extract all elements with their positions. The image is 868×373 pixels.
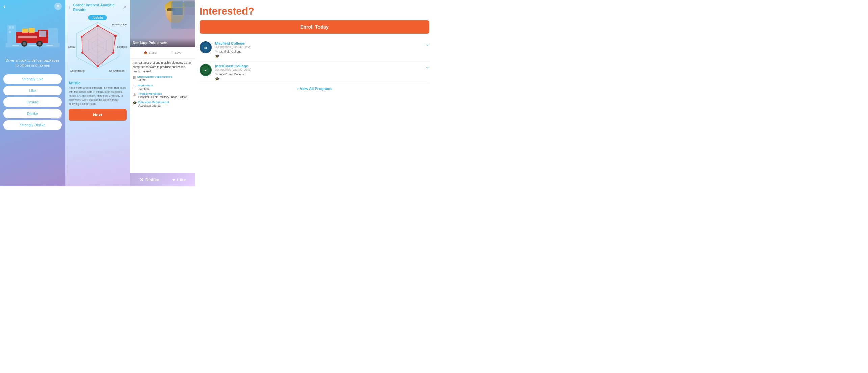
radar-chart-container: Artistic Investigative Realistic Convent… bbox=[69, 14, 127, 78]
graduation-icon: 🎓 bbox=[215, 54, 219, 58]
mayfield-sub-row: ✎ Mayfield College bbox=[215, 50, 422, 53]
artistic-description: People with Artistic interests like work… bbox=[69, 86, 127, 106]
share-button[interactable]: 📤 Share bbox=[144, 51, 157, 54]
career-title-overlay: Desktop Publishers bbox=[130, 38, 195, 47]
realistic-label: Realistic bbox=[117, 43, 127, 49]
radar-labels: Artistic Investigative Realistic Convent… bbox=[69, 14, 127, 78]
education-icon: 🎓 bbox=[133, 101, 137, 105]
svg-rect-20 bbox=[22, 29, 28, 33]
employment-row: ☷ Employment Opportunities 13,090 bbox=[133, 75, 192, 82]
analytic-title: Career Interest Analytic Results bbox=[73, 3, 123, 13]
like-button[interactable]: Like bbox=[3, 86, 62, 95]
svg-text:IC: IC bbox=[204, 69, 207, 72]
mayfield-inquiries: 33 Inquiries (Last 30 Days) bbox=[215, 45, 422, 49]
enterprising-label: Enterprising bbox=[70, 67, 85, 73]
divider bbox=[69, 79, 127, 80]
employment-icon: ☷ bbox=[133, 76, 136, 79]
dislike-button[interactable]: ✕ Dislike bbox=[139, 177, 159, 183]
truck-svg bbox=[6, 18, 60, 52]
save-label: Save bbox=[175, 51, 182, 54]
svg-rect-5 bbox=[48, 28, 58, 43]
career-info-section: ☷ Employment Opportunities 13,090 ⏲ Work… bbox=[130, 75, 195, 107]
share-label: Share bbox=[149, 51, 157, 54]
education-row: 🎓 Education Requirement Associate degree bbox=[133, 101, 192, 107]
intercoast-sub-name: InterCoast College bbox=[219, 73, 245, 76]
work-hours-icon: ⏲ bbox=[133, 84, 136, 88]
close-button[interactable]: ✕ bbox=[54, 3, 62, 10]
intercoast-logo: IC bbox=[200, 64, 212, 76]
svg-rect-11 bbox=[46, 45, 53, 46]
truck-illustration bbox=[0, 15, 65, 55]
like-button[interactable]: ♥ Like bbox=[172, 177, 186, 183]
svg-point-19 bbox=[38, 42, 41, 45]
workplace-row: ⛪ Typical Workplace Hospital / Clinic, M… bbox=[133, 92, 192, 99]
mayfield-sub-name: Mayfield College bbox=[219, 50, 242, 53]
analytic-share-icon[interactable]: ↗ bbox=[123, 5, 127, 10]
career-description: Format typescript and graphic elements u… bbox=[130, 59, 195, 75]
heart-icon: ♥ bbox=[172, 177, 176, 183]
enroll-button[interactable]: Enroll Today bbox=[200, 20, 429, 34]
svg-rect-21 bbox=[29, 28, 35, 33]
analytic-back-button[interactable]: ‹ bbox=[69, 4, 70, 10]
svg-rect-4 bbox=[9, 31, 11, 33]
education-value: Associate degree bbox=[138, 104, 169, 107]
artistic-active-label: Artistic bbox=[88, 15, 107, 20]
workplace-value: Hospital / Clinic, Military, Indoor, Off… bbox=[138, 95, 187, 99]
work-hours-row: ⏲ Work Hours Part-time bbox=[133, 84, 192, 90]
mayfield-logo: M bbox=[200, 41, 212, 53]
intercoast-inquiries: 33 Inquiries (Last 30 Days) bbox=[215, 68, 422, 71]
intercoast-program-row: 🎓 bbox=[215, 77, 422, 81]
svg-rect-3 bbox=[12, 26, 14, 29]
workplace-icon: ⛪ bbox=[133, 93, 137, 96]
view-all-programs-button[interactable]: + View All Programs bbox=[200, 87, 429, 91]
strongly-dislike-button[interactable]: Strongly Dislike bbox=[3, 120, 62, 130]
graduation-icon-2: 🎓 bbox=[215, 77, 219, 81]
work-hours-label: Work Hours bbox=[138, 84, 153, 87]
unsure-button[interactable]: Unsure bbox=[3, 97, 62, 107]
share-save-row: 📤 Share ♡ Save bbox=[130, 47, 195, 59]
work-hours-value: Part-time bbox=[138, 87, 153, 90]
analytic-panel: ‹ Career Interest Analytic Results ↗ bbox=[65, 0, 130, 186]
progress-badge: 26/60 bbox=[49, 114, 62, 119]
college-item-mayfield: M Mayfield College 33 Inquiries (Last 30… bbox=[200, 39, 429, 61]
mayfield-name: Mayfield College bbox=[215, 41, 422, 45]
quiz-panel: ‹ ✕ bbox=[0, 0, 65, 186]
mayfield-expand-button[interactable]: ⌄ bbox=[425, 41, 429, 47]
svg-rect-9 bbox=[12, 45, 19, 46]
svg-rect-1 bbox=[7, 25, 16, 43]
interested-panel: Interested? Enroll Today M Mayfield Coll… bbox=[195, 0, 434, 186]
panel1-header: ‹ ✕ bbox=[0, 0, 65, 13]
back-button[interactable]: ‹ bbox=[3, 3, 5, 10]
social-label: Social bbox=[68, 43, 75, 49]
next-button[interactable]: Next bbox=[69, 109, 127, 121]
interested-title: Interested? bbox=[200, 5, 429, 17]
career-title: Desktop Publishers bbox=[133, 41, 192, 45]
pencil-icon: ✎ bbox=[215, 50, 218, 53]
svg-rect-10 bbox=[29, 45, 36, 46]
intercoast-name: InterCoast College bbox=[215, 64, 422, 68]
svg-rect-2 bbox=[9, 26, 11, 29]
career-panel: Desktop Publishers 📤 Share ♡ Save Format… bbox=[130, 0, 195, 186]
analytic-header: ‹ Career Interest Analytic Results ↗ bbox=[69, 3, 127, 13]
education-label: Education Requirement bbox=[138, 101, 169, 104]
intercoast-expand-button[interactable]: ⌄ bbox=[425, 64, 429, 69]
pencil-icon-2: ✎ bbox=[215, 72, 218, 76]
like-label: Like bbox=[177, 177, 186, 182]
employment-value: 13,090 bbox=[137, 78, 172, 82]
svg-point-17 bbox=[23, 42, 26, 45]
save-button[interactable]: ♡ Save bbox=[171, 51, 182, 54]
svg-rect-15 bbox=[18, 36, 37, 38]
x-icon: ✕ bbox=[139, 177, 144, 183]
mayfield-info: Mayfield College 33 Inquiries (Last 30 D… bbox=[215, 41, 422, 58]
svg-text:M: M bbox=[204, 46, 207, 49]
share-icon: 📤 bbox=[144, 51, 147, 54]
intercoast-info: InterCoast College 33 Inquiries (Last 30… bbox=[215, 64, 422, 81]
career-hero-image: Desktop Publishers bbox=[130, 0, 195, 47]
dislike-label: Dislike bbox=[145, 177, 159, 182]
quiz-description: Drive a truck to deliver packages to off… bbox=[0, 55, 65, 71]
artistic-section-title: Artistic bbox=[69, 81, 127, 85]
strongly-like-button[interactable]: Strongly Like bbox=[3, 74, 62, 84]
svg-rect-14 bbox=[39, 31, 46, 37]
employment-label: Employment Opportunities bbox=[137, 75, 172, 78]
like-dislike-bar: ✕ Dislike ♥ Like bbox=[130, 173, 195, 186]
